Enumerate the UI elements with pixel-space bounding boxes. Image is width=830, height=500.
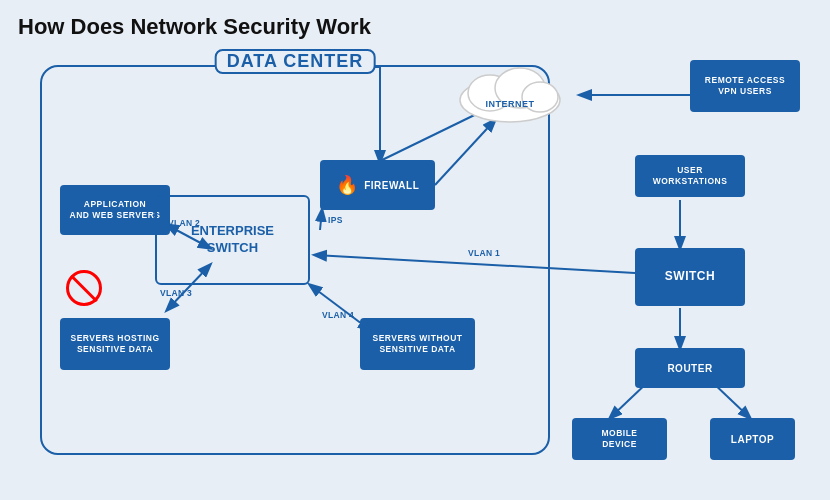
vlan3-label: VLAN 3 — [160, 288, 192, 298]
data-center-label: DATA CENTER — [215, 49, 376, 74]
ips-label: IPS — [328, 215, 343, 225]
firewall-icon: 🔥 — [336, 174, 359, 196]
user-workstations-node: USER WORKSTATIONS — [635, 155, 745, 197]
vlan4-label: VLAN 4 — [322, 310, 354, 320]
blocked-connection-symbol — [66, 270, 102, 306]
vlan2-label: VLAN 2 — [168, 218, 200, 228]
remote-access-vpn-node: REMOTE ACCESS VPN USERS — [690, 60, 800, 112]
svg-text:INTERNET: INTERNET — [486, 99, 535, 109]
router-node: ROUTER — [635, 348, 745, 388]
firewall-node: 🔥 FIREWALL — [320, 160, 435, 210]
mobile-device-node: MOBILE DEVICE — [572, 418, 667, 460]
no-sensitive-data-servers-node: SERVERS WITHOUT SENSITIVE DATA — [360, 318, 475, 370]
internet-cloud: INTERNET — [455, 55, 565, 125]
app-web-servers-node: APPLICATION AND WEB SERVERS — [60, 185, 170, 235]
enterprise-switch-node: ENTERPRISE SWITCH — [155, 195, 310, 285]
vlan1-label: VLAN 1 — [468, 248, 500, 258]
laptop-node: LAPTOP — [710, 418, 795, 460]
switch-node: SWITCH — [635, 248, 745, 306]
sensitive-data-servers-node: SERVERS HOSTING SENSITIVE DATA — [60, 318, 170, 370]
firewall-label: FIREWALL — [364, 180, 419, 191]
page-title: How Does Network Security Work — [18, 14, 371, 40]
